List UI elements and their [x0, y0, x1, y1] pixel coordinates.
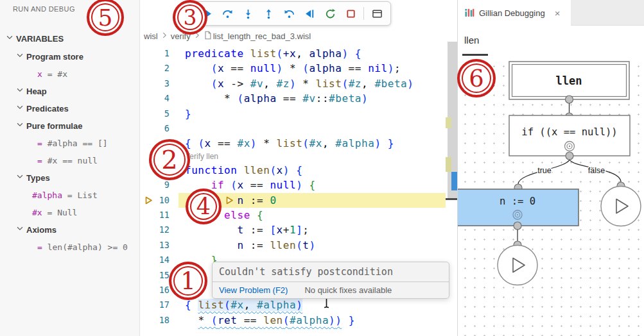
node-expand-left[interactable] — [498, 246, 537, 285]
tab-gillian-debugging[interactable]: Gillian Debugging × — [458, 0, 571, 26]
ruler-end-line — [446, 198, 457, 200]
gillian-logo-icon — [464, 8, 474, 18]
step-into-button[interactable] — [238, 4, 257, 22]
svg-text:llen: llen — [556, 74, 582, 87]
tree-item--x[interactable]: #x = Null — [32, 205, 77, 220]
chevron-down-icon — [5, 33, 14, 44]
line-number: 18 — [140, 313, 170, 328]
line-number: 4 — [140, 91, 170, 106]
variable-value: = len(#alpha) >= 0 — [37, 242, 128, 252]
edge-label-false: false — [588, 166, 605, 175]
node-if-cond[interactable]: if ((x == null)) — [509, 115, 630, 156]
code-line: (x == null) * (alpha == nil); — [185, 61, 401, 76]
tree-section-label: VARIABLES — [16, 34, 64, 44]
tree-item-variables[interactable]: VARIABLES — [5, 31, 64, 46]
tree-item--alpha[interactable]: #alpha = List — [32, 187, 98, 203]
annotation-badge-6: 6 — [457, 59, 496, 97]
tree-item--[interactable]: = #x == null — [37, 153, 98, 168]
ruler-mark-yellow — [446, 157, 451, 172]
gillian-debugging-panel: Gillian Debugging × llen true false llen — [457, 0, 644, 336]
subtab-llen[interactable]: llen — [464, 35, 479, 46]
code-line: * (alpha == #v::#beta) — [185, 91, 368, 106]
chevron-down-icon — [15, 85, 24, 97]
code-line: * (ret == len(#alpha)) } — [185, 313, 355, 328]
annotation-badge-4: 4 — [186, 189, 222, 224]
line-number: 5 — [140, 106, 170, 121]
annotation-badge-2: 2 — [149, 139, 190, 180]
vscode-window: RUN AND DEBUG VARIABLESProgram storex = … — [0, 0, 644, 336]
run-and-debug-sidebar: RUN AND DEBUG VARIABLESProgram storex = … — [0, 0, 140, 336]
tree-section-label: Program store — [26, 52, 83, 62]
variable-value: #alpha = List — [32, 190, 98, 200]
chevron-down-icon — [15, 51, 24, 62]
node-assign-selected[interactable]: n := 0 — [458, 189, 579, 226]
code-line: t := [x+1]; — [185, 223, 309, 237]
annotation-badge-3: 3 — [173, 0, 207, 35]
line-number: 3 — [140, 76, 170, 91]
connector-dot[interactable] — [566, 96, 573, 103]
line-number: 17 — [140, 298, 170, 312]
tree-item-predicates[interactable]: Predicates — [15, 101, 69, 116]
chevron-down-icon — [15, 103, 24, 114]
line-number: 11 — [140, 208, 170, 223]
chevron-down-icon — [15, 172, 24, 183]
line-number: 2 — [140, 61, 170, 76]
tree-item-axioms[interactable]: Axioms — [15, 222, 57, 237]
tree-item-heap[interactable]: Heap — [15, 83, 47, 99]
step-over-button[interactable] — [218, 4, 237, 22]
line-number: 6 — [140, 121, 170, 136]
line-number: 15 — [140, 268, 170, 283]
ruler-mark-blue — [451, 172, 457, 190]
connector-dot[interactable] — [514, 222, 521, 230]
reverse-continue-button[interactable] — [300, 4, 319, 22]
tree-item--[interactable]: = #alpha == [] — [37, 135, 108, 151]
line-number: 12 — [140, 223, 170, 237]
line-number: 1 — [140, 46, 170, 61]
gutter-step-marker — [144, 196, 153, 205]
tooltip-message: Couldn't satisfy postcondition — [213, 262, 449, 281]
no-quick-fixes-text: No quick fixes available — [304, 285, 392, 295]
code-line: n := llen(t) — [185, 238, 316, 253]
tree-item-x[interactable]: x = #x — [37, 66, 67, 81]
tree-section-label: Predicates — [26, 104, 69, 113]
variable-value: = #x == null — [37, 156, 98, 165]
node-expand-right[interactable] — [601, 187, 641, 226]
code-line: { list(#x, #alpha) — [185, 298, 302, 312]
line-number: 9 — [140, 178, 170, 192]
svg-text:if ((x == null)): if ((x == null)) — [521, 126, 617, 138]
code-line: (x -> #v, #z) * list(#z, #beta) — [185, 76, 414, 91]
code-line: function llen(x) { — [185, 163, 302, 178]
close-icon[interactable]: × — [555, 8, 561, 19]
step-out-button[interactable] — [259, 4, 278, 22]
restart-button[interactable] — [320, 4, 340, 22]
edge-label-true: true — [537, 166, 552, 175]
code-line: { (x == #x) * list(#x, #alpha) } — [185, 136, 394, 151]
sidebar-title: RUN AND DEBUG — [13, 5, 75, 13]
annotation-badge-1: 1 — [169, 262, 207, 300]
tree-section-label: Types — [26, 173, 50, 183]
tree-section-label: Pure formulae — [26, 121, 82, 131]
tree-item-types[interactable]: Types — [15, 170, 50, 185]
view-problem-link[interactable]: View Problem (F2) — [219, 285, 288, 295]
annotation-badge-5: 5 — [87, 0, 124, 36]
connector-dot[interactable] — [566, 152, 573, 160]
tree-section-label: Heap — [26, 87, 47, 96]
tree-item-pure-formulae[interactable]: Pure formulae — [15, 118, 82, 133]
line-number: 16 — [140, 283, 170, 298]
debug-graph-canvas[interactable]: true false llen if ((x == null)) — [458, 58, 644, 336]
ruler-mark-yellow — [446, 117, 451, 128]
tab-title: Gillian Debugging — [479, 8, 545, 18]
tree-item-program-store[interactable]: Program store — [15, 49, 83, 64]
variable-value: x = #x — [37, 69, 67, 79]
inline-step-marker — [225, 196, 234, 205]
node-llen-root[interactable]: llen — [509, 62, 629, 99]
code-line: } — [185, 106, 191, 121]
svg-text:n := 0: n := 0 — [500, 196, 535, 207]
stop-button[interactable] — [341, 4, 360, 22]
variable-value: #x = Null — [32, 208, 77, 217]
step-back-button[interactable] — [279, 4, 299, 22]
error-tooltip: Couldn't satisfy postcondition View Prob… — [212, 262, 449, 299]
tree-item--[interactable]: = len(#alpha) >= 0 — [37, 239, 128, 255]
line-number: 13 — [140, 238, 170, 253]
panel-layout-button[interactable] — [367, 4, 387, 22]
